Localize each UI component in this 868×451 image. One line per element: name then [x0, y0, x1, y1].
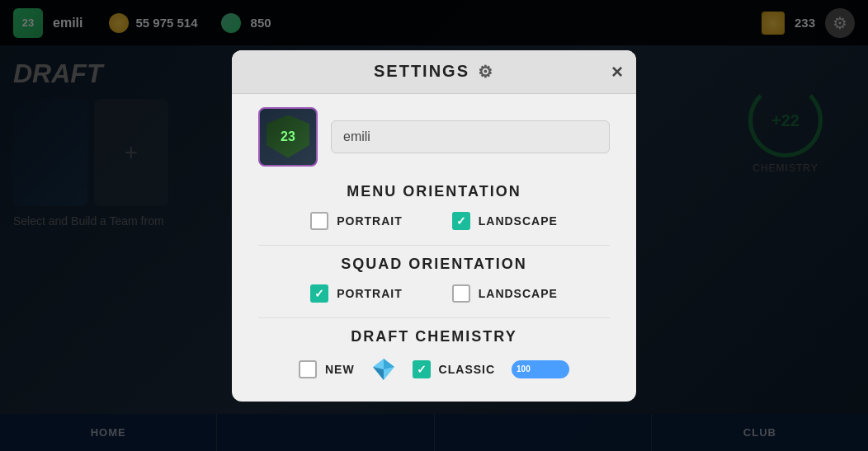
- menu-portrait-option[interactable]: PORTRAIT: [310, 212, 403, 230]
- draft-chemistry-title: DRAFT CHEMISTRY: [258, 328, 610, 345]
- menu-landscape-label: LANDSCAPE: [479, 214, 558, 228]
- close-button[interactable]: ×: [611, 62, 623, 82]
- profile-row: 23: [258, 107, 610, 167]
- menu-portrait-checkbox[interactable]: [310, 212, 328, 230]
- squad-portrait-checkbox[interactable]: [310, 284, 328, 303]
- draft-new-option[interactable]: NEW: [299, 360, 355, 378]
- draft-chemistry-options: NEW CLASSIC 100: [258, 357, 610, 382]
- divider-2: [258, 317, 610, 318]
- modal-body: 23 MENU ORIENTATION PORTRAIT LANDSCAPE S…: [232, 94, 636, 382]
- squad-orientation-title: SQUAD ORIENTATION: [258, 256, 610, 273]
- menu-landscape-checkbox[interactable]: [452, 212, 470, 230]
- squad-landscape-label: LANDSCAPE: [479, 287, 558, 300]
- draft-new-label: NEW: [325, 363, 355, 376]
- settings-modal: SETTINGS ⚙ × 23 MENU ORIENTATION PORTRAI…: [232, 50, 636, 402]
- menu-landscape-option[interactable]: LANDSCAPE: [452, 212, 558, 230]
- squad-portrait-label: PORTRAIT: [337, 287, 403, 300]
- modal-gear-icon: ⚙: [478, 62, 494, 82]
- slider-value-label: 100: [517, 364, 531, 373]
- username-field[interactable]: [331, 120, 610, 153]
- diamond-icon: [371, 357, 396, 382]
- menu-portrait-label: PORTRAIT: [337, 214, 403, 228]
- squad-landscape-option[interactable]: LANDSCAPE: [452, 284, 558, 303]
- menu-orientation-title: MENU ORIENTATION: [258, 183, 610, 200]
- divider-1: [258, 245, 610, 246]
- squad-landscape-checkbox[interactable]: [452, 284, 470, 303]
- draft-chemistry-slider[interactable]: 100: [512, 360, 569, 378]
- modal-title: SETTINGS ⚙: [374, 62, 494, 82]
- squad-orientation-options: PORTRAIT LANDSCAPE: [258, 284, 610, 303]
- menu-orientation-options: PORTRAIT LANDSCAPE: [258, 212, 610, 230]
- draft-classic-option[interactable]: CLASSIC: [413, 360, 495, 378]
- draft-classic-checkbox[interactable]: [413, 360, 431, 378]
- avatar[interactable]: 23: [258, 107, 318, 167]
- modal-header: SETTINGS ⚙ ×: [232, 50, 636, 94]
- draft-classic-label: CLASSIC: [439, 363, 495, 376]
- draft-new-checkbox[interactable]: [299, 360, 317, 378]
- squad-portrait-option[interactable]: PORTRAIT: [310, 284, 403, 303]
- avatar-shield: 23: [267, 115, 309, 158]
